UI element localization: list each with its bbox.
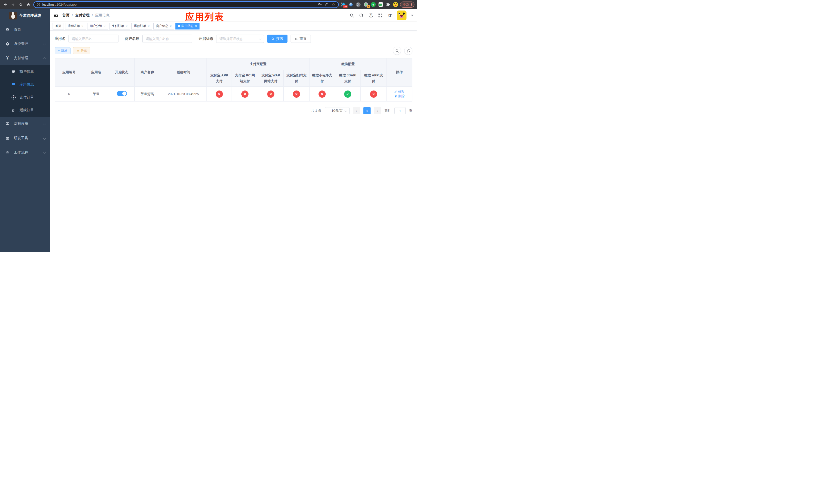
cell-actions: 修改删除 xyxy=(387,87,412,101)
breadcrumb-payment[interactable]: 支付管理 xyxy=(75,13,89,18)
close-icon[interactable]: × xyxy=(82,24,83,28)
extension-chat-icon[interactable] xyxy=(378,2,383,7)
alipay-qr-status-icon xyxy=(293,91,300,98)
chevron-down-icon xyxy=(43,122,46,125)
wechat-jsapi-status-icon xyxy=(344,91,351,98)
github-icon[interactable] xyxy=(359,13,364,18)
merchant-name-input[interactable] xyxy=(142,35,192,43)
fullscreen-icon[interactable] xyxy=(378,13,383,18)
tab-user-group[interactable]: 用户分组× xyxy=(87,23,108,29)
export-button[interactable]: 导出 xyxy=(73,47,90,54)
tab-pay-order[interactable]: 支付订单× xyxy=(109,23,130,29)
app-name-label: 应用名 xyxy=(54,37,65,41)
col-group-wechat: 微信配置 xyxy=(310,59,387,70)
font-size-icon[interactable]: tT xyxy=(387,13,392,18)
address-bar[interactable]: localhost:1024/pay/app ☆ xyxy=(33,1,339,8)
extension-badge: 1 xyxy=(367,5,370,8)
chrome-update-button[interactable]: 更新 xyxy=(400,2,414,8)
user-menu-caret-icon[interactable] xyxy=(411,15,413,16)
sidebar-item-merchant-info[interactable]: 商户信息 xyxy=(0,65,50,78)
col-status: 开启状态 xyxy=(109,59,134,87)
tab-app-info[interactable]: 应用信息× xyxy=(175,23,199,29)
dashboard-icon xyxy=(5,27,10,32)
sidebar-item-refund-order[interactable]: 退款订单 xyxy=(0,104,50,117)
sidebar-item-label: 商户信息 xyxy=(20,69,34,74)
browser-window: localhost:1024/pay/app ☆ 10 ⌘ 1 y 更新 xyxy=(0,0,417,252)
show-search-button[interactable] xyxy=(393,47,401,55)
sidebar-item-workflow[interactable]: 工作流程 xyxy=(0,145,50,160)
table-tools xyxy=(393,47,412,55)
app-table: 应用编号 应用名 开启状态 商户名称 创建时间 支付宝配置 微信配置 操作 支付… xyxy=(54,58,412,101)
app-name-input[interactable] xyxy=(68,35,118,43)
close-icon[interactable]: × xyxy=(148,24,150,28)
col-merchant: 商户名称 xyxy=(134,59,160,87)
table-row: 6 芋道 芋道源码 2021-10-23 08:49:25 xyxy=(55,87,412,101)
extension-recorder-icon[interactable]: 1 xyxy=(363,2,368,7)
sidebar-item-label: 系统管理 xyxy=(14,42,28,46)
plus-icon: + xyxy=(58,49,60,52)
close-icon[interactable]: × xyxy=(195,24,197,28)
close-icon[interactable]: × xyxy=(104,24,105,28)
col-app-name: 应用名 xyxy=(83,59,109,87)
prev-page-button[interactable]: ‹ xyxy=(353,107,360,114)
chevron-down-icon xyxy=(43,137,46,139)
next-page-button[interactable]: › xyxy=(374,107,381,114)
extension-command-icon[interactable]: ⌘ xyxy=(356,2,361,7)
search-button[interactable]: 搜索 xyxy=(267,35,287,43)
bookmark-star-icon[interactable]: ☆ xyxy=(331,2,336,7)
extension-balloon-icon[interactable] xyxy=(348,2,353,7)
tab-process-form[interactable]: 流程表单× xyxy=(65,23,86,29)
close-icon[interactable]: × xyxy=(126,24,128,28)
sidebar-collapse-icon[interactable] xyxy=(50,9,62,22)
goto-page-input[interactable] xyxy=(394,107,406,114)
edit-link[interactable]: 修改 xyxy=(394,90,404,94)
help-icon[interactable]: ? xyxy=(368,13,373,18)
tab-merchant-info[interactable]: 商户信息× xyxy=(153,23,174,29)
status-toggle[interactable] xyxy=(117,91,127,96)
search-icon[interactable] xyxy=(349,13,354,18)
top-navbar: 首页 / 支付管理 / 应用信息 ? tT xyxy=(50,9,417,22)
sidebar-item-app-info[interactable]: 应用信息 xyxy=(0,78,50,91)
password-key-icon[interactable] xyxy=(318,2,322,7)
sidebar-item-payment[interactable]: ¥ 支付管理 xyxy=(0,51,50,65)
share-icon[interactable] xyxy=(324,2,329,7)
menu-kebab-icon[interactable] xyxy=(411,3,412,6)
sidebar-item-infrastructure[interactable]: 基础设施 xyxy=(0,117,50,131)
home-icon[interactable] xyxy=(26,2,31,7)
extension-diamond-icon[interactable]: 10 xyxy=(341,2,346,7)
status-select[interactable] xyxy=(216,35,264,43)
breadcrumb-current: 应用信息 xyxy=(95,13,110,18)
tab-refund-order[interactable]: 退款订单× xyxy=(131,23,152,29)
active-dot xyxy=(178,25,180,27)
delete-link[interactable]: 删除 xyxy=(394,94,404,98)
site-info-icon[interactable] xyxy=(37,3,40,6)
extension-y-icon[interactable]: y xyxy=(371,2,376,7)
page-size-select[interactable]: 10条/页 xyxy=(325,107,350,114)
breadcrumb-home[interactable]: 首页 xyxy=(62,13,69,18)
pencil-icon xyxy=(394,90,397,93)
reload-icon[interactable] xyxy=(18,2,24,7)
refresh-button[interactable] xyxy=(404,47,412,55)
sidebar-item-pay-order[interactable]: ¥ 支付订单 xyxy=(0,91,50,104)
app-logo[interactable]: 芋道管理系统 xyxy=(0,9,50,22)
sidebar-item-home[interactable]: 首页 xyxy=(0,22,50,37)
page-number-1[interactable]: 1 xyxy=(364,107,371,114)
forward-icon[interactable] xyxy=(10,2,16,7)
url-text: localhost:1024/pay/app xyxy=(42,3,316,6)
reset-button[interactable]: 重置 xyxy=(290,35,311,43)
copy-document-icon xyxy=(11,108,16,113)
close-icon[interactable]: × xyxy=(170,24,172,28)
add-button[interactable]: + 新增 xyxy=(54,47,70,54)
sidebar-item-system[interactable]: 系统管理 xyxy=(0,37,50,51)
extensions-puzzle-icon[interactable] xyxy=(386,2,391,7)
avatar[interactable] xyxy=(397,10,407,20)
browser-toolbar: localhost:1024/pay/app ☆ 10 ⌘ 1 y 更新 xyxy=(0,0,417,9)
extension-emoji-icon[interactable] xyxy=(393,2,398,7)
back-icon[interactable] xyxy=(3,2,8,7)
sidebar-item-dev-tools[interactable]: 研发工具 xyxy=(0,131,50,145)
goto-label: 前往 xyxy=(385,109,391,113)
col-wechat-jsapi: 微信 JSAPI 支付 xyxy=(335,70,360,87)
gear-icon xyxy=(5,42,10,46)
sidebar-item-label: 基础设施 xyxy=(14,121,28,126)
tab-home[interactable]: 首页 xyxy=(52,23,64,29)
